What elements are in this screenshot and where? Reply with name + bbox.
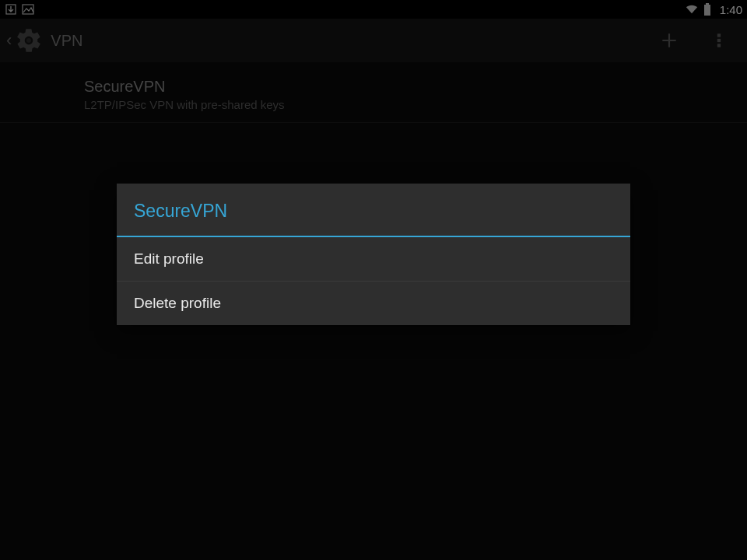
dialog-header: SecureVPN — [117, 184, 630, 237]
dialog-item-edit[interactable]: Edit profile — [117, 237, 630, 282]
context-dialog: SecureVPN Edit profile Delete profile — [117, 184, 630, 325]
dialog-title: SecureVPN — [134, 201, 613, 222]
dialog-item-delete[interactable]: Delete profile — [117, 282, 630, 325]
